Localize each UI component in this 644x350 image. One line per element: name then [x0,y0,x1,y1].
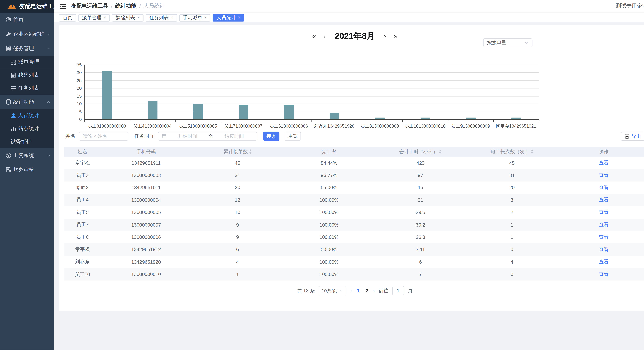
tab-label: 首页 [63,15,72,21]
table-cell: 章宇程 [64,160,101,166]
table-cell: 员工5 [64,209,101,215]
close-icon[interactable]: × [204,16,207,20]
tab-派单管理[interactable]: 派单管理× [78,14,110,21]
prev-month-button[interactable]: ‹ [324,33,326,40]
table-cell: 员工4 [64,197,101,203]
column-header-label: 合计工时（小时） [399,148,438,155]
page-size-select[interactable]: 10条/页 [319,286,346,295]
table-cell: 13000000004 [101,197,191,202]
table-row: 员工6130000000069100.00%26.31查看 [64,231,644,243]
sidebar-item-企业内部维护[interactable]: 企业内部维护 [0,27,54,41]
column-header-累计接单数[interactable]: 累计接单数 [191,148,284,155]
view-link[interactable]: 查看 [599,271,608,276]
sidebar-item-派单管理[interactable]: 派单管理 [0,56,54,69]
view-link[interactable]: 查看 [599,173,608,178]
goto-page-input[interactable] [392,286,404,295]
table-body: 章宇程134296519114584.44%42345查看员工313000000… [64,157,644,280]
tab-手动派单[interactable]: 手动派单× [179,14,211,21]
view-link[interactable]: 查看 [599,185,608,190]
view-link[interactable]: 查看 [599,259,608,264]
table-cell: 7 [374,272,467,277]
column-header-label: 累计接单数 [224,148,248,155]
sidebar-item-label: 缺陷列表 [18,72,39,79]
x-axis-category-label: 刘存东13429651920 [312,123,357,129]
table-cell: 9 [191,234,284,240]
database-icon [6,99,11,105]
view-link[interactable]: 查看 [599,247,608,252]
sort-carets-icon[interactable] [439,150,442,154]
close-icon[interactable]: × [104,16,106,20]
prev-page-button[interactable]: ‹ [350,288,352,293]
search-button[interactable]: 搜索 [263,132,280,140]
table-cell: 13429651912 [101,247,191,252]
view-link[interactable]: 查看 [599,160,608,165]
breadcrumb-item[interactable]: 变配电运维工具 [71,3,108,10]
export-button[interactable]: 导出 [621,132,644,140]
bar-员工413000000004 [148,101,157,119]
table-cell: 97 [374,173,467,178]
table-cell-action: 查看 [557,172,644,178]
y-axis-tick-label: 25 [67,78,82,83]
list-icon [10,85,16,91]
chevron-up-icon [46,100,51,104]
column-header-电工长次数（次）[interactable]: 电工长次数（次） [467,148,557,155]
end-time-placeholder[interactable]: 结束时间 [215,133,253,139]
tab-label: 人员统计 [216,15,236,21]
metric-select[interactable]: 按接单量 [483,38,532,47]
view-link[interactable]: 查看 [599,210,608,215]
page-number-1[interactable]: 1 [356,288,360,293]
sidebar-item-首页[interactable]: 首页 [0,13,54,27]
view-link[interactable]: 查看 [599,222,608,227]
table-cell: 15 [374,185,467,190]
start-time-placeholder[interactable]: 开始时间 [168,133,207,139]
table-cell: 13000000003 [101,173,191,178]
view-link[interactable]: 查看 [599,197,608,202]
column-header-合计工时（小时）[interactable]: 合计工时（小时） [374,148,467,155]
date-range-picker[interactable]: 开始时间 至 结束时间 [158,132,257,140]
column-header-label: 操作 [599,148,608,155]
table-cell: 哈哈2 [64,184,101,191]
close-icon[interactable]: × [171,16,173,20]
sidebar-item-设备维护[interactable]: 设备维护 [0,135,54,148]
sort-carets-icon[interactable] [249,150,252,154]
tab-label: 缺陷列表 [116,15,135,21]
tab-人员统计[interactable]: 人员统计× [213,14,244,21]
table-cell: 423 [374,160,467,165]
next-month-button[interactable]: › [384,33,386,40]
pagination: 共 13 条 10条/页 ‹ 12 › 前往 页 [59,286,644,295]
sidebar-item-label: 任务列表 [18,85,39,92]
sidebar-item-label: 工资系统 [13,152,34,159]
name-input[interactable] [79,132,128,140]
audit-icon [6,167,11,173]
close-icon[interactable]: × [238,16,240,20]
view-link[interactable]: 查看 [599,234,608,239]
table-cell: 100.00% [284,259,374,264]
tab-缺陷列表[interactable]: 缺陷列表× [112,14,144,21]
sidebar-item-label: 任务管理 [13,45,34,52]
sort-carets-icon[interactable] [531,150,533,154]
tab-任务列表[interactable]: 任务列表× [146,14,177,21]
total-count-label: 共 13 条 [297,287,315,294]
sidebar-item-工资系统[interactable]: 工资系统 [0,148,54,163]
sidebar-collapse-icon[interactable] [60,3,66,9]
sidebar-item-统计功能[interactable]: 统计功能 [0,95,54,109]
sidebar-item-财务审核[interactable]: 财务审核 [0,163,54,177]
breadcrumb-item[interactable]: 统计功能 [115,3,136,10]
sidebar-item-站点统计[interactable]: 站点统计 [0,122,54,135]
close-icon[interactable]: × [137,16,140,20]
page-unit-label: 页 [408,287,413,294]
chevron-down-icon [524,41,529,45]
sidebar-item-缺陷列表[interactable]: 缺陷列表 [0,69,54,82]
next-year-button[interactable]: » [394,33,397,40]
reset-button[interactable]: 重置 [284,132,301,140]
prev-year-button[interactable]: « [312,33,316,40]
sidebar-item-任务列表[interactable]: 任务列表 [0,82,54,95]
app-logo: 变配电运维工具 [0,0,54,13]
sidebar-item-人员统计[interactable]: 人员统计 [0,109,54,122]
sidebar-item-任务管理[interactable]: 任务管理 [0,41,54,56]
next-page-button[interactable]: › [373,288,375,293]
breadcrumb-item: 人员统计 [144,3,165,10]
page-number-2[interactable]: 2 [365,288,369,293]
company-dropdown[interactable]: 测试专用企业 [616,3,644,10]
tab-首页[interactable]: 首页 [59,14,76,21]
